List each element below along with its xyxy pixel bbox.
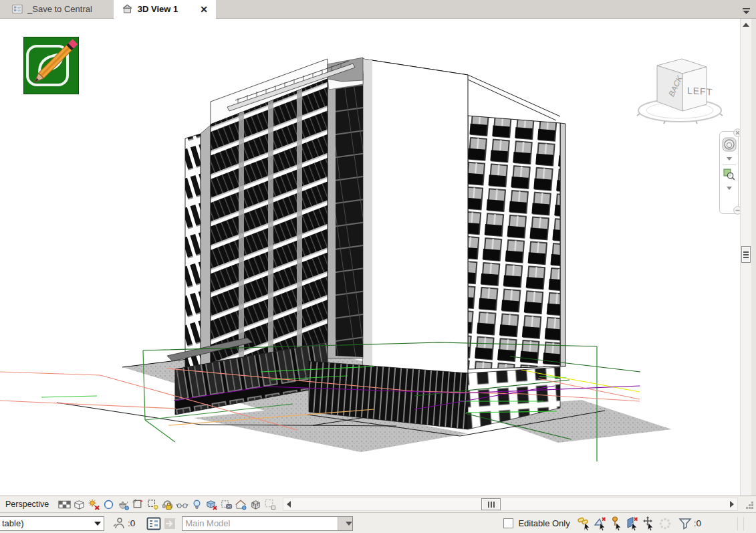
editing-requests-icon[interactable] <box>111 516 127 532</box>
3d-view-icon <box>122 4 133 14</box>
horizontal-scrollbar-thumb[interactable] <box>481 498 501 510</box>
vendor-logo <box>23 37 79 94</box>
tab-save-to-central[interactable]: _Save to Central <box>4 0 100 18</box>
show-crop-region-icon[interactable] <box>146 498 159 511</box>
temporary-hide-isolate-icon[interactable] <box>176 498 188 511</box>
shadows-icon[interactable] <box>102 498 115 511</box>
editable-only-label: Editable Only <box>518 518 570 528</box>
dropdown-caret-icon <box>94 522 101 526</box>
statusbar-separator <box>737 517 738 530</box>
background-processes-icon[interactable] <box>657 516 673 532</box>
view-type-label: Perspective <box>5 500 49 509</box>
reveal-hidden-elements-icon[interactable] <box>191 498 203 511</box>
steering-wheel-menu-caret-icon[interactable] <box>727 157 732 161</box>
viewcube-left-face-label[interactable]: LEFT <box>687 85 713 98</box>
revit-window: _Save to Central 3D View 1 ✕ <box>0 0 756 533</box>
tab-label: 3D View 1 <box>138 4 178 14</box>
workset-value: table) <box>2 518 24 528</box>
selection-filter-count: :0 <box>694 518 701 528</box>
main-row: BACK LEFT <box>0 19 756 496</box>
vertical-scrollbar[interactable] <box>740 19 751 496</box>
zoom-menu-caret-icon[interactable] <box>727 187 732 190</box>
select-pinned-elements-icon[interactable] <box>609 516 625 532</box>
scroll-up-icon[interactable] <box>743 23 749 27</box>
selection-box-icon[interactable] <box>264 498 277 511</box>
status-bar: table) :0 Main Model Editable Only <box>0 512 756 533</box>
horizontal-scrollbar[interactable] <box>283 498 738 511</box>
design-option-value: Main Model <box>185 518 230 528</box>
window-edge <box>751 19 756 496</box>
view-tab-bar: _Save to Central 3D View 1 ✕ <box>0 0 756 19</box>
worksharing-dialog-icon <box>12 4 23 14</box>
highlight-displacement-sets-icon[interactable] <box>235 498 247 511</box>
design-options-dialog-icon[interactable] <box>146 516 162 532</box>
resize-grip-icon[interactable] <box>740 497 756 512</box>
selection-filter-icon[interactable] <box>677 516 693 532</box>
visual-scale-icon[interactable] <box>58 498 71 511</box>
close-tab-icon[interactable]: ✕ <box>200 4 208 15</box>
view-control-bar: Perspective <box>0 496 756 512</box>
tab-label: _Save to Central <box>27 4 92 14</box>
navigation-bar-minimize-icon[interactable] <box>733 205 740 217</box>
locked-3d-view-icon[interactable] <box>161 498 174 511</box>
select-links-icon[interactable] <box>577 516 593 532</box>
editable-only-group: Editable Only <box>503 518 570 528</box>
add-to-design-option-set-icon[interactable] <box>162 516 178 532</box>
select-underlay-elements-icon[interactable] <box>593 516 609 532</box>
statusbar-separator <box>743 517 744 530</box>
drag-elements-on-selection-icon[interactable] <box>641 516 657 532</box>
building-massing <box>167 58 565 429</box>
3d-model-view[interactable]: BACK LEFT <box>0 19 740 496</box>
select-elements-by-face-icon[interactable] <box>625 516 641 532</box>
navigation-bar-close-icon[interactable] <box>733 128 740 140</box>
navigation-bar <box>719 131 739 214</box>
temporary-view-properties-icon[interactable] <box>205 498 218 511</box>
tab-3d-view-1[interactable]: 3D View 1 ✕ <box>114 0 216 19</box>
editable-only-checkbox[interactable] <box>503 518 513 528</box>
dropdown-caret-icon <box>346 522 352 526</box>
rendering-dialog-icon[interactable] <box>117 498 130 511</box>
sun-path-icon[interactable] <box>88 498 100 511</box>
zoom-region-icon[interactable] <box>723 168 736 184</box>
dropdown-button[interactable] <box>338 517 352 530</box>
scroll-right-icon[interactable] <box>730 501 734 508</box>
design-option-dropdown[interactable]: Main Model <box>182 516 353 531</box>
building-model-svg <box>0 19 740 493</box>
analytical-model-icon[interactable] <box>220 498 233 511</box>
workset-dropdown[interactable]: table) <box>0 516 104 531</box>
tab-list-chevron-icon[interactable] <box>742 5 751 17</box>
reveal-constraints-icon[interactable] <box>249 498 262 511</box>
viewcube[interactable]: BACK LEFT <box>632 47 732 130</box>
vertical-scrollbar-thumb[interactable] <box>741 246 751 263</box>
scroll-left-icon[interactable] <box>287 501 291 508</box>
editing-requests-count: :0 <box>128 518 135 528</box>
crop-view-icon[interactable] <box>132 498 144 511</box>
navbar-divider <box>723 165 736 165</box>
visual-style-icon[interactable] <box>73 498 86 511</box>
